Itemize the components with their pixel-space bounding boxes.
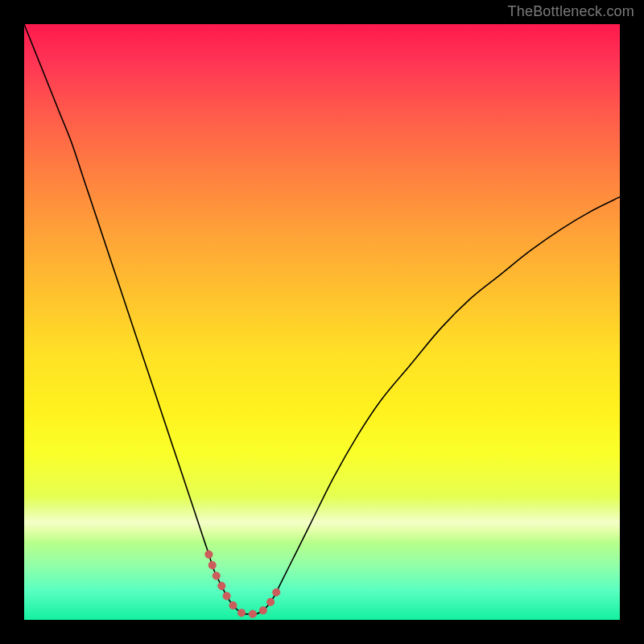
plot-area [24, 24, 620, 620]
bottleneck-curve [24, 24, 620, 614]
highlight-band [24, 497, 620, 543]
watermark-text: TheBottleneck.com [508, 3, 634, 20]
trough-highlight [208, 555, 280, 614]
chart-frame: TheBottleneck.com [0, 0, 644, 644]
curve-layer [24, 24, 620, 620]
